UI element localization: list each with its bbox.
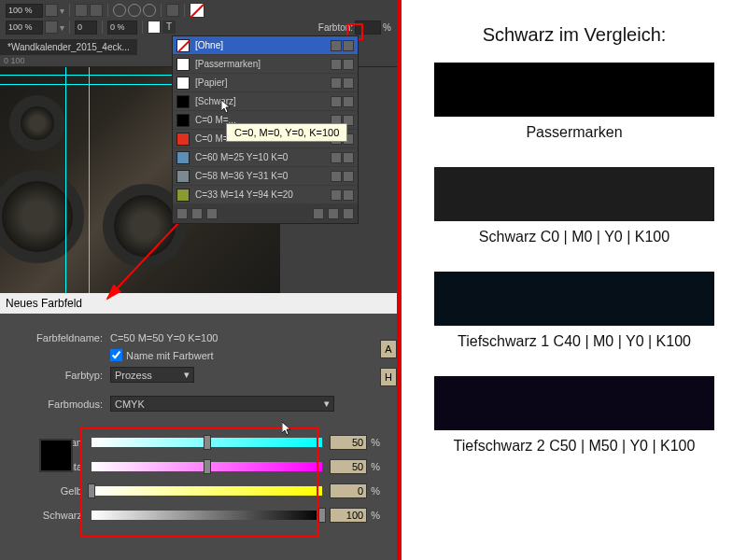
- slider-label: Gelb: [26, 485, 82, 497]
- tool-icon[interactable]: [45, 21, 58, 34]
- zoom-input-1[interactable]: [6, 4, 43, 18]
- new-swatch-dialog: Farbfeldname: C=50 M=50 Y=0 K=100 Name m…: [0, 314, 397, 560]
- comparison-label: Tiefschwarz 2 C50 | M50 | Y0 | K100: [402, 438, 747, 455]
- comparison-swatch: [434, 63, 714, 117]
- slider-track-c[interactable]: [92, 438, 322, 447]
- dropdown-arrow-icon[interactable]: ▾: [60, 22, 64, 33]
- circle-icon[interactable]: [143, 4, 156, 17]
- mode-label: Farbmodus:: [19, 399, 103, 410]
- swatch-row[interactable]: C=33 M=14 Y=94 K=20: [173, 186, 358, 204]
- chevron-down-icon: ▾: [184, 369, 190, 381]
- swatch-name: C=60 M=25 Y=10 K=0: [195, 152, 331, 162]
- comparison-swatch: [434, 272, 714, 326]
- tool-icon[interactable]: [45, 4, 58, 17]
- swatch-type-icon: [331, 59, 342, 70]
- swatch-type-icon: [331, 96, 342, 107]
- new-swatch-icon[interactable]: [328, 208, 339, 219]
- slider-thumb[interactable]: [318, 508, 326, 523]
- new-swatch-icon[interactable]: [313, 208, 324, 219]
- slider-value-input[interactable]: [330, 508, 367, 523]
- comparison-panel: Schwarz im Vergleich: PassermarkenSchwar…: [402, 0, 747, 560]
- comparison-label: Schwarz C0 | M0 | Y0 | K100: [402, 229, 747, 245]
- comparison-swatch: [434, 167, 714, 221]
- swatch-type-icon: [331, 152, 342, 163]
- swatch-mode-icon: [343, 171, 354, 182]
- name-label: Farbfeldname:: [19, 332, 103, 343]
- tint-label: Farbton:: [318, 22, 353, 33]
- tooltip: C=0, M=0, Y=0, K=100: [226, 123, 347, 142]
- dialog-button-a[interactable]: A: [380, 340, 397, 358]
- checkbox-label: Name mit Farbwert: [126, 350, 214, 361]
- circle-icon[interactable]: [128, 4, 141, 17]
- dialog-title: Neues Farbfeld: [0, 293, 397, 314]
- name-with-value-checkbox[interactable]: [110, 349, 122, 361]
- slider-label: Schwarz: [26, 510, 82, 521]
- slider-thumb[interactable]: [204, 459, 211, 474]
- swatch-name: C=33 M=14 Y=94 K=20: [195, 189, 331, 200]
- name-value: C=50 M=50 Y=0 K=100: [110, 332, 218, 343]
- swatch-name: [Passermarken]: [195, 59, 331, 69]
- type-label: Farbtyp:: [19, 370, 103, 381]
- swatch-mode-icon: [343, 77, 354, 89]
- swatch-type-icon: [331, 189, 342, 201]
- swatch-mode-icon: [343, 152, 354, 163]
- slider-value-input[interactable]: [330, 435, 367, 450]
- color-mode-select[interactable]: CMYK▾: [110, 396, 334, 412]
- num-input[interactable]: [75, 21, 97, 35]
- chevron-down-icon: ▾: [324, 398, 330, 410]
- document-tab[interactable]: *Wandkalender_2015_4eck...: [0, 39, 137, 55]
- tool-icon[interactable]: [90, 4, 103, 17]
- tool-icon[interactable]: [75, 4, 88, 17]
- swatch-row[interactable]: [Ohne]: [173, 36, 358, 55]
- slider-track-y[interactable]: [92, 486, 322, 496]
- comparison-label: Passermarken: [402, 124, 747, 141]
- comparison-swatch: [434, 376, 714, 430]
- swatch-type-icon: [331, 40, 342, 51]
- slider-thumb[interactable]: [88, 483, 95, 498]
- swatch-mode-icon: [343, 40, 354, 51]
- zoom-input-2[interactable]: [6, 21, 43, 35]
- pct-label: %: [371, 437, 380, 448]
- fill-none-icon[interactable]: [190, 3, 204, 18]
- swatch-type-icon: [331, 171, 342, 182]
- slider-track-k[interactable]: [92, 511, 322, 520]
- trash-icon[interactable]: [343, 208, 354, 219]
- pct-label: %: [383, 22, 391, 33]
- swatch-row[interactable]: C=58 M=36 Y=31 K=0: [173, 167, 358, 186]
- color-preview-chip: [39, 439, 73, 472]
- slider-value-input[interactable]: [330, 459, 367, 474]
- slider-track-m[interactable]: [92, 462, 322, 471]
- swatch-view-icon[interactable]: [191, 208, 203, 219]
- swatch-row[interactable]: C=60 M=25 Y=10 K=0: [173, 148, 358, 167]
- swatch-name: [Schwarz]: [195, 96, 331, 106]
- swatch-mode-icon: [343, 59, 354, 70]
- swatch-name: C=58 M=36 Y=31 K=0: [195, 171, 331, 181]
- tint-input[interactable]: [355, 21, 381, 35]
- swatch-row[interactable]: [Passermarken]: [173, 55, 358, 74]
- comparison-title: Schwarz im Vergleich:: [402, 0, 747, 63]
- swatch-name: [Ohne]: [195, 40, 331, 50]
- tool-icon[interactable]: [166, 4, 179, 17]
- pct-label: %: [371, 485, 380, 497]
- slider-value-input[interactable]: [330, 483, 367, 498]
- swatch-row[interactable]: [Schwarz]: [173, 92, 358, 111]
- dialog-button-h[interactable]: H: [380, 368, 397, 386]
- pct-input[interactable]: [107, 21, 137, 35]
- swatch-view-icon[interactable]: [176, 208, 188, 219]
- swatch-mode-icon: [343, 189, 354, 201]
- circle-icon[interactable]: [113, 4, 126, 17]
- pct-label: %: [371, 510, 380, 521]
- swatches-footer: [173, 204, 358, 223]
- text-icon[interactable]: T: [162, 21, 176, 34]
- swatch-row[interactable]: [Papier]: [173, 74, 358, 92]
- color-type-select[interactable]: Prozess▾: [110, 367, 194, 383]
- comparison-label: Tiefschwarz 1 C40 | M0 | Y0 | K100: [402, 333, 747, 350]
- swatch-name: [Papier]: [195, 77, 331, 88]
- swatch-mode-icon: [343, 96, 354, 107]
- pct-label: %: [371, 461, 380, 472]
- swatch-icon[interactable]: [148, 21, 161, 34]
- swatch-type-icon: [331, 77, 342, 89]
- dropdown-arrow-icon[interactable]: ▾: [60, 6, 64, 16]
- slider-thumb[interactable]: [204, 435, 211, 450]
- swatch-view-icon[interactable]: [206, 208, 218, 219]
